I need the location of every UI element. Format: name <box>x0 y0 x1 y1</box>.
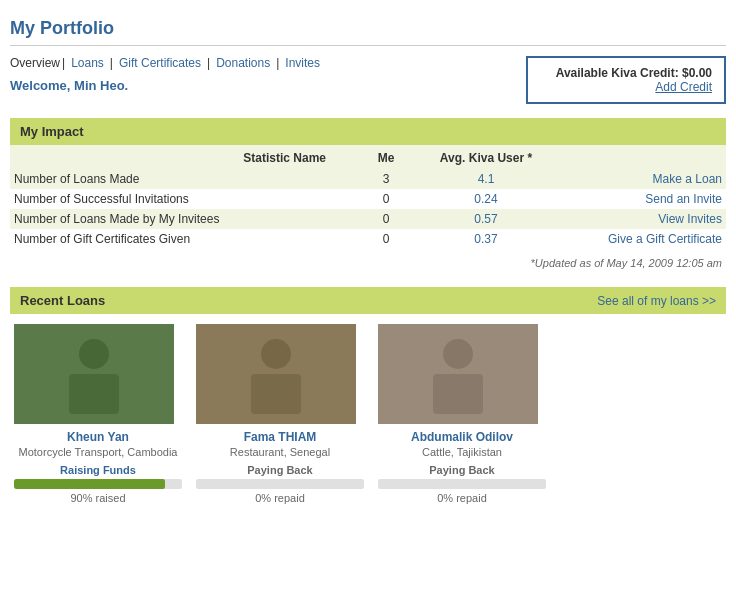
svg-rect-8 <box>433 374 483 414</box>
loan-image <box>378 324 538 424</box>
impact-row: Number of Successful Invitations 0 0.24 … <box>10 189 726 209</box>
loan-image-svg <box>196 324 356 424</box>
progress-label: Paying Back <box>378 464 546 476</box>
me-cell: 0 <box>346 229 426 249</box>
progress-label: Raising Funds <box>14 464 182 476</box>
progress-bar-container <box>378 479 546 489</box>
loan-item: Fama THIAM Restaurant, Senegal Paying Ba… <box>192 324 374 504</box>
recent-loans-section: Recent Loans See all of my loans >> Kheu… <box>10 287 726 514</box>
loan-image-svg <box>14 324 174 424</box>
nav-sep3: | <box>207 56 210 70</box>
updated-note: *Updated as of May 14, 2009 12:05 am <box>10 253 726 277</box>
top-section: Overview | Loans | Gift Certificates | D… <box>10 56 726 104</box>
loan-name[interactable]: Fama THIAM <box>196 430 364 444</box>
see-all-link[interactable]: See all of my loans >> <box>597 294 716 308</box>
avg-cell: 0.24 <box>426 189 546 209</box>
impact-row: Number of Loans Made by My Invitees 0 0.… <box>10 209 726 229</box>
impact-section-header: My Impact <box>10 118 726 145</box>
page-title: My Portfolio <box>10 10 726 46</box>
loan-item: Kheun Yan Motorcycle Transport, Cambodia… <box>10 324 192 504</box>
nav-invites[interactable]: Invites <box>285 56 320 70</box>
me-cell: 0 <box>346 209 426 229</box>
avg-cell: 4.1 <box>426 169 546 189</box>
loan-name[interactable]: Abdumalik Odilov <box>378 430 546 444</box>
welcome-text: Welcome, Min Heo. <box>10 78 324 93</box>
nav-bar: Overview | Loans | Gift Certificates | D… <box>10 56 324 70</box>
svg-rect-2 <box>69 374 119 414</box>
impact-row: Number of Gift Certificates Given 0 0.37… <box>10 229 726 249</box>
impact-section: My Impact Statistic Name Me Avg. Kiva Us… <box>10 118 726 277</box>
stat-name-cell: Number of Successful Invitations <box>10 189 346 209</box>
impact-row: Number of Loans Made 3 4.1 Make a Loan <box>10 169 726 189</box>
credit-label: Available Kiva Credit: $0.00 <box>540 66 712 80</box>
nav-loans[interactable]: Loans <box>71 56 104 70</box>
credit-box: Available Kiva Credit: $0.00 Add Credit <box>526 56 726 104</box>
loans-container: Kheun Yan Motorcycle Transport, Cambodia… <box>10 324 726 514</box>
action-cell: Send an Invite <box>546 189 726 209</box>
action-link[interactable]: Make a Loan <box>653 172 722 186</box>
add-credit-link[interactable]: Add Credit <box>540 80 712 94</box>
loan-image-svg <box>378 324 538 424</box>
stat-name-cell: Number of Loans Made <box>10 169 346 189</box>
progress-bar-container <box>196 479 364 489</box>
nav-sep1: | <box>62 56 65 70</box>
action-link[interactable]: Give a Gift Certificate <box>608 232 722 246</box>
loan-description: Restaurant, Senegal <box>196 446 364 458</box>
avg-cell: 0.57 <box>426 209 546 229</box>
progress-text: 0% repaid <box>378 492 546 504</box>
col-avg-header: Avg. Kiva User * <box>426 145 546 169</box>
loan-image <box>196 324 356 424</box>
progress-bar-container <box>14 479 182 489</box>
svg-point-1 <box>79 339 109 369</box>
svg-point-7 <box>443 339 473 369</box>
impact-table: Statistic Name Me Avg. Kiva User * Numbe… <box>10 145 726 249</box>
nav-sep4: | <box>276 56 279 70</box>
loan-item: Abdumalik Odilov Cattle, Tajikistan Payi… <box>374 324 556 504</box>
progress-text: 90% raised <box>14 492 182 504</box>
action-cell: Make a Loan <box>546 169 726 189</box>
action-link[interactable]: View Invites <box>658 212 722 226</box>
loan-description: Motorcycle Transport, Cambodia <box>14 446 182 458</box>
progress-bar <box>14 479 165 489</box>
col-action-header <box>546 145 726 169</box>
avg-cell: 0.37 <box>426 229 546 249</box>
col-stat-header: Statistic Name <box>10 145 346 169</box>
action-cell: View Invites <box>546 209 726 229</box>
recent-loans-header: Recent Loans See all of my loans >> <box>10 287 726 314</box>
page-container: My Portfolio Overview | Loans | Gift Cer… <box>0 0 736 514</box>
svg-rect-5 <box>251 374 301 414</box>
action-link[interactable]: Send an Invite <box>645 192 722 206</box>
progress-text: 0% repaid <box>196 492 364 504</box>
col-me-header: Me <box>346 145 426 169</box>
svg-point-4 <box>261 339 291 369</box>
stat-name-cell: Number of Loans Made by My Invitees <box>10 209 346 229</box>
nav-sep2: | <box>110 56 113 70</box>
stat-name-cell: Number of Gift Certificates Given <box>10 229 346 249</box>
action-cell: Give a Gift Certificate <box>546 229 726 249</box>
nav-donations[interactable]: Donations <box>216 56 270 70</box>
loan-image <box>14 324 174 424</box>
progress-label: Paying Back <box>196 464 364 476</box>
nav-welcome-group: Overview | Loans | Gift Certificates | D… <box>10 56 324 93</box>
me-cell: 3 <box>346 169 426 189</box>
loan-description: Cattle, Tajikistan <box>378 446 546 458</box>
loan-name[interactable]: Kheun Yan <box>14 430 182 444</box>
recent-loans-title: Recent Loans <box>20 293 105 308</box>
me-cell: 0 <box>346 189 426 209</box>
nav-overview: Overview <box>10 56 60 70</box>
nav-gift-certificates[interactable]: Gift Certificates <box>119 56 201 70</box>
